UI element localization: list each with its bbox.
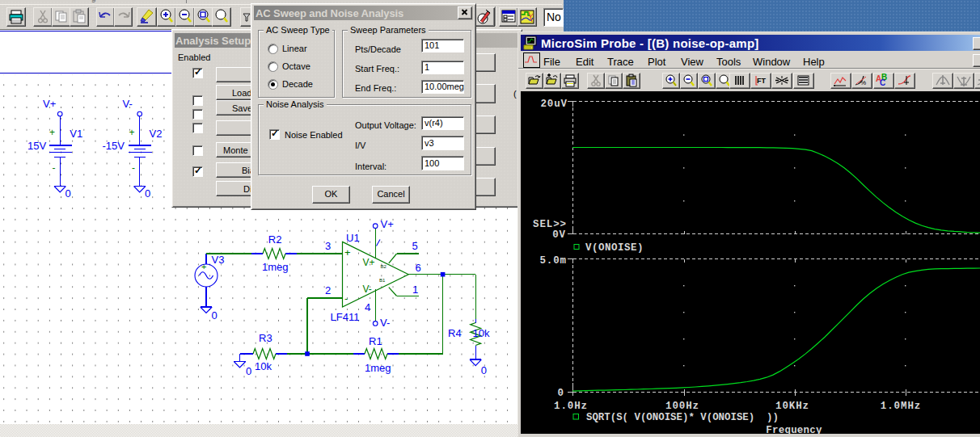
svg-text:V+: V+	[43, 98, 56, 110]
svg-text:0: 0	[558, 388, 564, 399]
svg-text:R3: R3	[259, 332, 272, 344]
svg-text:SEL>>: SEL>>	[533, 219, 567, 230]
svg-text:R4: R4	[448, 327, 462, 339]
svg-text:-: -	[132, 162, 135, 174]
svg-text:SQRT(S( V(ONOISE)* V(ONOISE): SQRT(S( V(ONOISE)* V(ONOISE) ))	[586, 412, 779, 423]
svg-text:V-: V-	[123, 98, 133, 110]
svg-text:100Hz: 100Hz	[665, 401, 699, 412]
svg-text:V+: V+	[381, 218, 394, 230]
svg-text:U1: U1	[346, 232, 360, 244]
svg-text:R2: R2	[268, 233, 282, 246]
svg-text:V2: V2	[150, 128, 163, 140]
svg-text:+: +	[201, 262, 206, 271]
svg-text:4: 4	[365, 301, 370, 313]
svg-text:15V: 15V	[27, 140, 46, 152]
svg-text:0: 0	[211, 309, 217, 321]
svg-text:-: -	[344, 292, 348, 305]
svg-text:%: %	[860, 79, 866, 86]
svg-text:0V: 0V	[552, 229, 566, 241]
svg-text:V-: V-	[380, 317, 390, 329]
svg-text:R1: R1	[369, 335, 382, 347]
svg-text:1meg: 1meg	[262, 261, 289, 273]
svg-text:10k: 10k	[473, 327, 490, 339]
svg-text:0: 0	[65, 187, 71, 200]
svg-text:LF411: LF411	[331, 311, 360, 323]
svg-text:B2: B2	[381, 264, 387, 269]
svg-text:0: 0	[481, 364, 487, 376]
svg-text:2: 2	[325, 284, 331, 296]
svg-text:0: 0	[246, 365, 251, 377]
svg-text:1: 1	[412, 284, 418, 296]
svg-text:5: 5	[412, 240, 418, 252]
svg-text:V+: V+	[363, 257, 375, 268]
svg-text:5.0m: 5.0m	[539, 255, 567, 267]
svg-text:+: +	[49, 127, 55, 138]
svg-text:0: 0	[145, 187, 150, 200]
svg-text:B1: B1	[379, 278, 386, 283]
svg-text:6: 6	[416, 262, 421, 274]
svg-text:-15V: -15V	[103, 140, 125, 152]
svg-text:1.0MHz: 1.0MHz	[881, 401, 921, 412]
svg-text:FT: FT	[757, 77, 766, 85]
svg-text:C: C	[880, 78, 885, 87]
svg-text:1.0Hz: 1.0Hz	[554, 401, 588, 412]
svg-text:10k: 10k	[255, 360, 272, 372]
svg-text:-: -	[53, 162, 56, 174]
svg-text:V3: V3	[212, 254, 225, 266]
svg-text:Frequency: Frequency	[766, 425, 822, 434]
svg-text:V(ONOISE): V(ONOISE)	[585, 242, 644, 254]
svg-text:V1: V1	[70, 128, 82, 140]
svg-text:+: +	[129, 127, 135, 138]
svg-text:1meg: 1meg	[365, 362, 391, 374]
svg-text:V-: V-	[363, 284, 372, 295]
svg-text:3: 3	[325, 240, 331, 252]
svg-text:10KHz: 10KHz	[775, 401, 809, 412]
svg-text:20uV: 20uV	[540, 99, 568, 110]
svg-text:+: +	[344, 246, 351, 258]
